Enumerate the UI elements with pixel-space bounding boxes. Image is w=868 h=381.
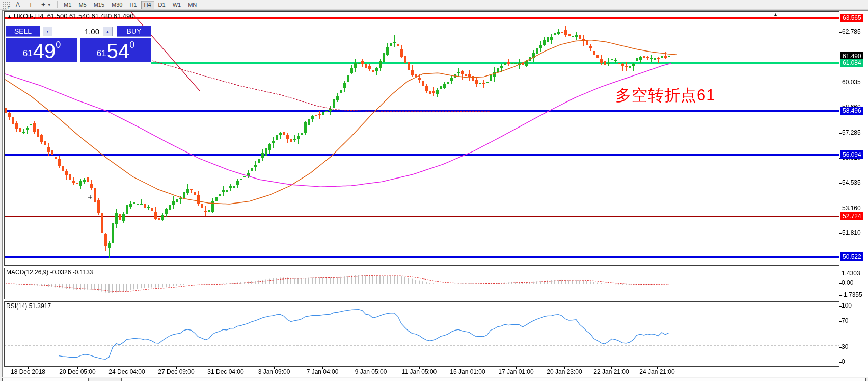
mt4-application-window: F A T ✦▼ M1M5M15M30H1H4D1W1MN ▲UKOil-,H4… — [0, 0, 868, 381]
buy-price-sup: 0 — [129, 40, 134, 49]
price-axis-marker: 56.094 — [840, 150, 863, 159]
date-axis-label: 3 Jan 09:00 — [258, 368, 290, 375]
sell-price-big: 49 — [33, 43, 56, 60]
macd-axis-tick: 1.4303 — [842, 270, 860, 277]
date-axis-label: 11 Jan 05:00 — [402, 368, 437, 375]
symbol-period-label: UKOil-,H4 — [14, 12, 44, 20]
collapse-triangle-icon[interactable]: ▲ — [7, 14, 12, 19]
caret-down-icon: ▼ — [46, 30, 49, 33]
chart-shift-marker-icon[interactable]: ▴ — [774, 11, 777, 17]
date-axis-label: 31 Dec 04:00 — [207, 368, 243, 375]
date-axis-label: 7 Jan 04:00 — [307, 368, 339, 375]
docked-panel-tab[interactable] — [2, 378, 89, 381]
date-axis-label: 20 Jan 23:00 — [547, 368, 582, 375]
rsi-axis-tick: 30 — [842, 343, 848, 350]
rsi-axis-tick: 100 — [842, 302, 852, 309]
rsi-axis-tick: 0 — [842, 358, 845, 365]
sell-price-button[interactable]: 61 49 0 — [6, 38, 77, 62]
buy-price-big: 54 — [107, 43, 130, 60]
date-axis-label: 20 Dec 05:00 — [59, 368, 95, 375]
chart-title: ▲UKOil-,H4 61.500 61.540 61.480 61.490 — [7, 12, 134, 20]
sell-price-sup: 0 — [56, 40, 61, 49]
volume-increase-button[interactable]: ▲ — [103, 27, 113, 36]
price-axis-marker: 61.084 — [840, 59, 863, 67]
price-axis-marker: 63.565 — [840, 14, 863, 22]
buy-price-prefix: 61 — [97, 49, 106, 58]
one-click-trading-panel: SELL ▼ 1.00 ▲ BUY 61 49 0 61 54 0 — [5, 23, 153, 62]
volume-decrease-button[interactable]: ▼ — [43, 27, 52, 36]
chart-text-annotation[interactable]: 多空转折点61 — [615, 85, 715, 106]
price-axis-marker: 52.724 — [840, 212, 863, 220]
macd-axis-tick: -1.7355 — [842, 291, 862, 298]
price-axis-tick: 62.785 — [842, 28, 861, 35]
price-axis-tick: 57.285 — [842, 129, 861, 136]
date-axis-label: 22 Jan 21:00 — [593, 368, 629, 375]
volume-input[interactable]: 1.00 — [53, 27, 102, 36]
date-axis-label: 24 Jan 21:00 — [639, 368, 674, 375]
ohlc-values: 61.500 61.540 61.480 61.490 — [43, 12, 133, 20]
sell-button[interactable]: SELL — [6, 26, 40, 37]
price-axis-marker: 50.522 — [840, 252, 863, 261]
price-axis-tick: 60.035 — [842, 79, 861, 86]
date-axis-label: 17 Jan 01:00 — [498, 368, 533, 375]
date-axis-label: 9 Jan 05:00 — [355, 368, 387, 375]
price-axis-tick: 51.810 — [842, 229, 861, 236]
date-axis-label: 27 Dec 09:00 — [158, 368, 194, 375]
caret-up-icon: ▲ — [106, 30, 110, 33]
sell-price-prefix: 61 — [23, 49, 33, 58]
macd-axis-tick: 0.00 — [842, 279, 853, 286]
macd-indicator-label: MACD(12,26,9) -0.0326 -0.1133 — [6, 269, 93, 276]
date-axis-label: 18 Dec 2018 — [11, 368, 45, 375]
bottom-docked-panels-edge — [0, 377, 868, 381]
date-axis-label: 24 Dec 04:00 — [108, 368, 145, 375]
price-axis-tick: 54.535 — [842, 179, 861, 186]
buy-price-button[interactable]: 61 54 0 — [80, 38, 151, 62]
price-axis-marker: 58.496 — [840, 107, 863, 115]
price-axis-tick: 53.160 — [842, 205, 861, 212]
docked-panel-tab[interactable] — [121, 378, 866, 381]
rsi-axis-tick: 70 — [842, 317, 848, 324]
buy-button[interactable]: BUY — [117, 26, 151, 37]
rsi-indicator-label: RSI(14) 51.3917 — [6, 302, 51, 310]
date-axis-label: 15 Jan 01:00 — [450, 368, 485, 375]
